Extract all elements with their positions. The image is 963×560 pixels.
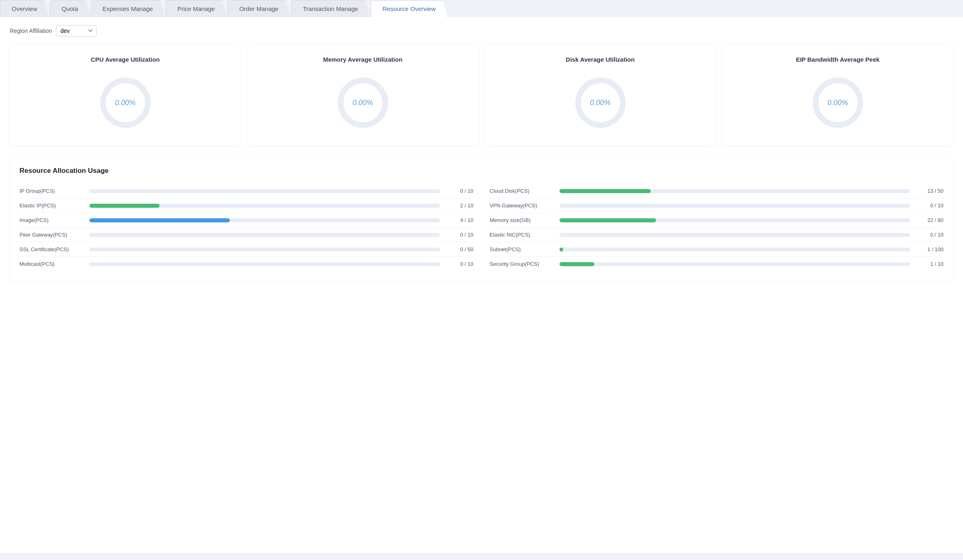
alloc-name: Elastic NIC(PCS) (490, 232, 555, 238)
allocation-right: Cloud Disk(PCS)13 / 50VPN Gateway(PCS)0 … (490, 184, 944, 271)
filter-row: Region Affiliation devprodstaging (10, 25, 953, 37)
tab-price-manage[interactable]: Price Manage (166, 0, 227, 17)
alloc-bar-container (559, 189, 910, 193)
donut-value-cpu: 0.00% (115, 99, 136, 107)
allocation-title: Resource Allocation Usage (19, 167, 944, 175)
donut-cpu: 0.00% (97, 74, 154, 131)
alloc-bar-fill (559, 218, 656, 222)
alloc-bar-container (559, 262, 910, 266)
alloc-bar-container (559, 218, 910, 222)
alloc-value: 4 / 10 (445, 217, 473, 223)
alloc-value: 0 / 10 (445, 261, 473, 267)
alloc-bar-container (89, 189, 440, 193)
alloc-name: Subnet(PCS) (490, 246, 555, 252)
alloc-row: Peer Gateway(PCS)0 / 10 (19, 228, 473, 242)
alloc-bar-container (89, 218, 440, 222)
alloc-row: SSL Certificate(PCS)0 / 50 (19, 242, 473, 257)
alloc-value: 1 / 10 (915, 261, 944, 267)
alloc-row: IP Group(PCS)0 / 10 (19, 184, 473, 198)
tab-resource-overview[interactable]: Resource Overview (371, 0, 447, 17)
alloc-value: 0 / 10 (445, 188, 473, 194)
alloc-bar-fill (559, 189, 651, 193)
alloc-name: Image(PCS) (19, 217, 84, 223)
alloc-name: Memory size(GB) (490, 217, 555, 223)
alloc-bar-container (559, 204, 910, 208)
tab-order-manage[interactable]: Order Manage (227, 0, 290, 17)
util-card-disk: Disk Average Utilization 0.00% (485, 45, 716, 146)
alloc-value: 0 / 50 (445, 246, 473, 252)
util-card-title-eip: EIP Bandwidth Average Peek (796, 56, 879, 63)
alloc-row: Elastic NIC(PCS)0 / 10 (490, 228, 944, 242)
alloc-row: Subnet(PCS)1 / 100 (490, 242, 944, 257)
tab-overview[interactable]: Overview (0, 0, 49, 17)
utilization-grid: CPU Average Utilization 0.00%Memory Aver… (10, 45, 953, 146)
tab-expenses-manage[interactable]: Expenses Manage (91, 0, 164, 17)
alloc-row: Memory size(GB)22 / 80 (490, 213, 944, 228)
util-card-cpu: CPU Average Utilization 0.00% (10, 45, 241, 146)
filter-label: Region Affiliation (10, 28, 52, 34)
alloc-value: 0 / 10 (915, 232, 944, 238)
alloc-bar-container (559, 248, 910, 252)
donut-disk: 0.00% (572, 74, 629, 131)
util-card-memory: Memory Average Utilization 0.00% (247, 45, 478, 146)
alloc-bar-fill (559, 248, 563, 252)
alloc-name: Cloud Disk(PCS) (490, 188, 555, 194)
alloc-bar-container (89, 233, 440, 237)
alloc-row: Image(PCS)4 / 10 (19, 213, 473, 228)
alloc-row: VPN Gateway(PCS)0 / 10 (490, 198, 944, 213)
util-card-title-disk: Disk Average Utilization (566, 56, 635, 63)
donut-value-eip: 0.00% (827, 99, 848, 107)
allocation-left: IP Group(PCS)0 / 10Elastic IP(PCS)2 / 10… (19, 184, 473, 271)
alloc-bar-container (89, 262, 440, 266)
alloc-value: 2 / 10 (445, 202, 473, 209)
alloc-bar-fill (559, 262, 594, 266)
alloc-bar-container (89, 248, 440, 252)
alloc-name: Multicast(PCS) (19, 261, 84, 267)
alloc-row: Cloud Disk(PCS)13 / 50 (490, 184, 944, 198)
alloc-value: 0 / 10 (915, 202, 944, 209)
alloc-bar-container (559, 233, 910, 237)
alloc-bar-fill (89, 204, 160, 208)
allocation-grid: IP Group(PCS)0 / 10Elastic IP(PCS)2 / 10… (19, 184, 944, 271)
alloc-name: Elastic IP(PCS) (19, 202, 84, 209)
alloc-value: 0 / 10 (445, 232, 473, 238)
alloc-value: 13 / 50 (915, 188, 944, 194)
main-content: Region Affiliation devprodstaging CPU Av… (0, 17, 963, 553)
alloc-row: Multicast(PCS)0 / 10 (19, 257, 473, 271)
util-card-eip: EIP Bandwidth Average Peek 0.00% (722, 45, 953, 146)
donut-eip: 0.00% (810, 74, 866, 131)
alloc-value: 22 / 80 (915, 217, 944, 223)
alloc-bar-container (89, 204, 440, 208)
alloc-bar-fill (89, 218, 230, 222)
util-card-title-cpu: CPU Average Utilization (91, 56, 160, 63)
tab-quota[interactable]: Quota (50, 0, 90, 17)
alloc-row: Security Group(PCS)1 / 10 (490, 257, 944, 271)
region-select[interactable]: devprodstaging (56, 25, 97, 37)
donut-value-disk: 0.00% (590, 99, 611, 107)
allocation-section: Resource Allocation Usage IP Group(PCS)0… (10, 157, 953, 281)
tab-transaction-manage[interactable]: Transaction Manage (291, 0, 370, 17)
alloc-name: VPN Gateway(PCS) (490, 202, 555, 209)
util-card-title-memory: Memory Average Utilization (323, 56, 403, 63)
donut-value-memory: 0.00% (352, 99, 373, 107)
alloc-name: SSL Certificate(PCS) (19, 246, 84, 252)
alloc-name: IP Group(PCS) (19, 188, 84, 194)
alloc-name: Peer Gateway(PCS) (19, 232, 84, 238)
donut-memory: 0.00% (335, 74, 391, 131)
alloc-value: 1 / 100 (915, 246, 944, 252)
alloc-name: Security Group(PCS) (490, 261, 555, 267)
alloc-row: Elastic IP(PCS)2 / 10 (19, 198, 473, 213)
tabs-bar: OverviewQuotaExpenses ManagePrice Manage… (0, 0, 963, 17)
